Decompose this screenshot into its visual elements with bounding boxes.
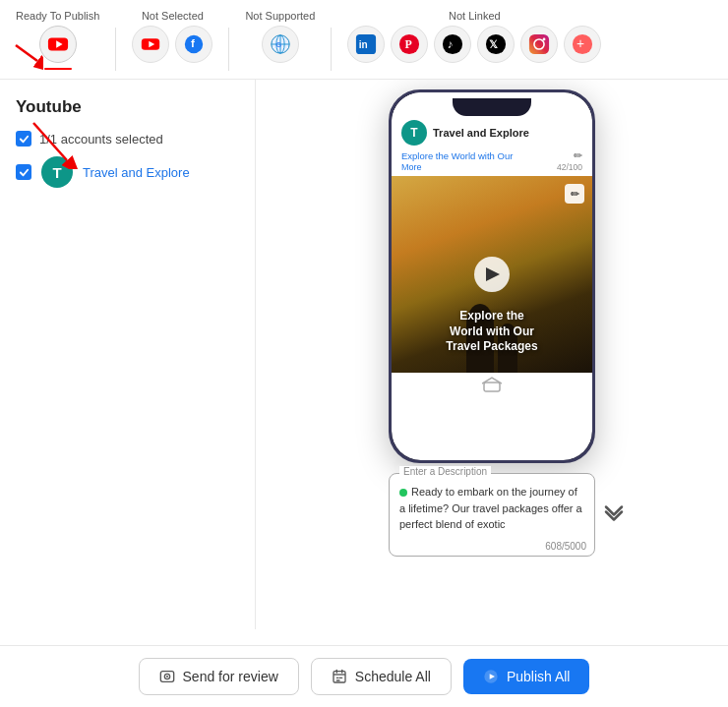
divider-1 <box>115 28 116 71</box>
svg-text:𝕏: 𝕏 <box>489 38 498 50</box>
globe-icon-circle[interactable]: G <box>262 26 299 63</box>
group-not-selected: Not Selected f <box>132 10 212 63</box>
youtube-icon <box>47 33 69 55</box>
instagram-icon <box>528 33 550 55</box>
linkedin-icon: in <box>355 33 377 55</box>
platform-title: Youtube <box>16 97 239 117</box>
send-for-review-button[interactable]: Send for review <box>139 658 299 695</box>
phone-desc-row: Explore the World with Our ✏ <box>401 149 582 162</box>
phone-char-count: 42/100 <box>557 162 582 172</box>
send-review-label: Send for review <box>183 669 278 684</box>
account-row: T Travel and Explore <box>16 156 239 188</box>
youtube-alt-icon <box>141 34 160 54</box>
youtube-icon-circle[interactable] <box>39 26 77 63</box>
group-label-not-supported: Not Supported <box>245 10 315 22</box>
svg-text:G: G <box>275 40 281 49</box>
pinterest-icon-circle[interactable]: P <box>391 26 428 63</box>
phone-desc-counts-row: More 42/100 <box>401 162 582 172</box>
youtube-alt-icon-circle[interactable] <box>132 26 169 63</box>
phone-channel-name: Travel and Explore <box>433 127 529 139</box>
description-counter: 608/5000 <box>390 539 594 556</box>
phone-bottom-icon <box>392 373 592 396</box>
phone-video-bg: Explore theWorld with OurTravel Packages <box>392 176 592 373</box>
svg-line-1 <box>16 45 37 61</box>
group-not-linked: Not Linked in P ♪ <box>347 10 601 63</box>
phone-edit-icon[interactable]: ✏ <box>574 149 582 162</box>
description-text: Ready to embark on the journey of a life… <box>399 486 582 530</box>
add-platform-icon-circle[interactable]: + <box>564 26 601 63</box>
svg-text:♪: ♪ <box>448 37 454 51</box>
top-bar: Ready To Publish <box>0 0 728 80</box>
svg-text:in: in <box>359 39 368 50</box>
add-platform-icon: + <box>572 33 593 55</box>
description-label: Enter a Description <box>399 466 491 477</box>
phone-video-edit-icon[interactable]: ✏ <box>565 184 584 204</box>
tiktok-icon: ♪ <box>442 33 463 55</box>
svg-rect-22 <box>529 34 549 54</box>
svg-point-24 <box>543 38 546 41</box>
not-linked-icons-row: in P ♪ 𝕏 <box>347 26 601 63</box>
instagram-icon-circle[interactable] <box>520 26 558 63</box>
group-ready-to-publish: Ready To Publish <box>16 10 99 63</box>
globe-icon: G <box>270 33 291 55</box>
pinterest-icon: P <box>398 33 420 55</box>
video-overlay-text: Explore theWorld with OurTravel Packages <box>401 309 582 355</box>
phone-desc-text: Explore the World with Our <box>401 150 513 161</box>
phone-screen: T Travel and Explore Explore the World w… <box>392 92 592 460</box>
svg-point-32 <box>166 676 168 678</box>
bottom-bar: Send for review Schedule All Publish All <box>0 645 728 707</box>
green-dot-icon <box>399 489 407 497</box>
facebook-icon: f <box>184 34 204 54</box>
phone-channel-avatar: T <box>401 120 427 146</box>
right-panel: T Travel and Explore Explore the World w… <box>256 80 728 629</box>
svg-text:P: P <box>405 37 412 51</box>
group-not-supported: Not Supported G <box>245 10 315 63</box>
publish-icon <box>483 669 499 684</box>
not-supported-icons-row: G <box>262 26 299 63</box>
svg-text:+: + <box>576 36 584 51</box>
publish-all-label: Publish All <box>507 669 571 684</box>
divider-2 <box>228 28 229 71</box>
youtube-wrapper <box>39 26 77 63</box>
ready-icons-row <box>39 26 77 63</box>
phone-preview: T Travel and Explore Explore the World w… <box>389 89 595 463</box>
play-triangle-icon <box>486 267 500 281</box>
divider-3 <box>331 28 332 71</box>
description-area: Enter a Description Ready to embark on t… <box>389 473 595 557</box>
play-button[interactable] <box>474 257 510 292</box>
x-twitter-icon-circle[interactable]: 𝕏 <box>477 26 515 63</box>
tiktok-icon-circle[interactable]: ♪ <box>434 26 471 63</box>
svg-line-28 <box>33 123 67 160</box>
send-review-icon <box>159 669 175 684</box>
description-content[interactable]: Ready to embark on the journey of a life… <box>390 474 594 539</box>
main-content: Youtube 1/1 accounts selected T Travel a… <box>0 80 728 629</box>
publish-all-button[interactable]: Publish All <box>463 659 590 694</box>
phone-bottom-home-icon <box>482 377 502 392</box>
schedule-icon <box>332 669 347 684</box>
schedule-all-label: Schedule All <box>355 669 431 684</box>
account-name[interactable]: Travel and Explore <box>83 165 190 180</box>
group-label-not-linked: Not Linked <box>449 10 501 22</box>
phone-video-area: Explore theWorld with OurTravel Packages… <box>392 176 592 373</box>
linkedin-icon-circle[interactable]: in <box>347 26 385 63</box>
left-panel: Youtube 1/1 accounts selected T Travel a… <box>0 80 256 629</box>
chevron-down-icon <box>604 502 624 522</box>
not-selected-icons-row: f <box>132 26 212 63</box>
red-arrow-account-icon <box>26 115 94 169</box>
svg-text:f: f <box>191 36 195 49</box>
group-label-ready: Ready To Publish <box>16 10 99 22</box>
svg-rect-29 <box>484 383 500 391</box>
expand-description-button[interactable] <box>604 502 624 527</box>
red-arrow-icon <box>12 41 43 73</box>
x-twitter-icon: 𝕏 <box>485 33 507 55</box>
facebook-icon-circle[interactable]: f <box>175 26 212 63</box>
phone-more-label: More <box>401 162 422 172</box>
phone-description-preview: Explore the World with Our ✏ More 42/100 <box>392 149 592 176</box>
schedule-all-button[interactable]: Schedule All <box>311 658 452 695</box>
group-label-not-selected: Not Selected <box>142 10 204 22</box>
phone-notch <box>453 98 531 116</box>
